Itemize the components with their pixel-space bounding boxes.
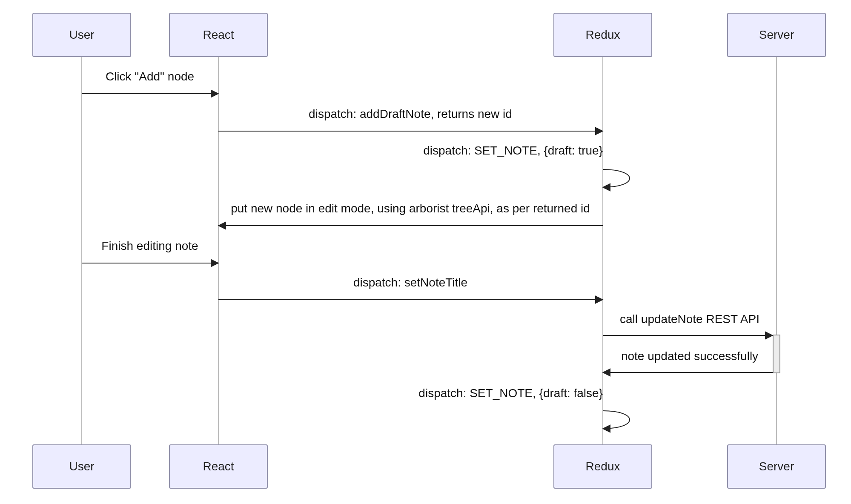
participant-redux-top: Redux (553, 13, 652, 57)
label-m9: dispatch: SET_NOTE, {draft: false} (418, 387, 603, 400)
participant-label: React (203, 28, 234, 42)
activation-server (773, 335, 780, 373)
participant-label: Redux (586, 28, 620, 42)
label-m2: dispatch: addDraftNote, returns new id (309, 107, 512, 121)
label-m3: dispatch: SET_NOTE, {draft: true} (423, 144, 603, 158)
label-m4: put new node in edit mode, using arboris… (231, 202, 590, 215)
participant-react-top: React (169, 13, 268, 57)
participant-label: User (69, 28, 94, 42)
participant-server-bottom: Server (727, 444, 826, 489)
participant-label: React (203, 460, 234, 473)
participant-label: Server (759, 28, 794, 42)
label-m1: Click "Add" node (106, 70, 194, 83)
label-m8: note updated successfully (621, 349, 758, 363)
label-m7: call updateNote REST API (620, 312, 759, 326)
label-m6: dispatch: setNoteTitle (353, 276, 467, 289)
participant-react-bottom: React (169, 444, 268, 489)
arrow-m3-self (603, 169, 630, 187)
participant-label: Redux (586, 460, 620, 473)
participant-redux-bottom: Redux (553, 444, 652, 489)
participant-label: Server (759, 460, 794, 473)
participant-user-top: User (32, 13, 131, 57)
label-m5: Finish editing note (101, 239, 198, 253)
participant-server-top: Server (727, 13, 826, 57)
participant-user-bottom: User (32, 444, 131, 489)
sequence-diagram: User React Redux Server User React Redux… (0, 0, 851, 504)
arrow-m9-self (603, 411, 630, 429)
participant-label: User (69, 460, 94, 473)
